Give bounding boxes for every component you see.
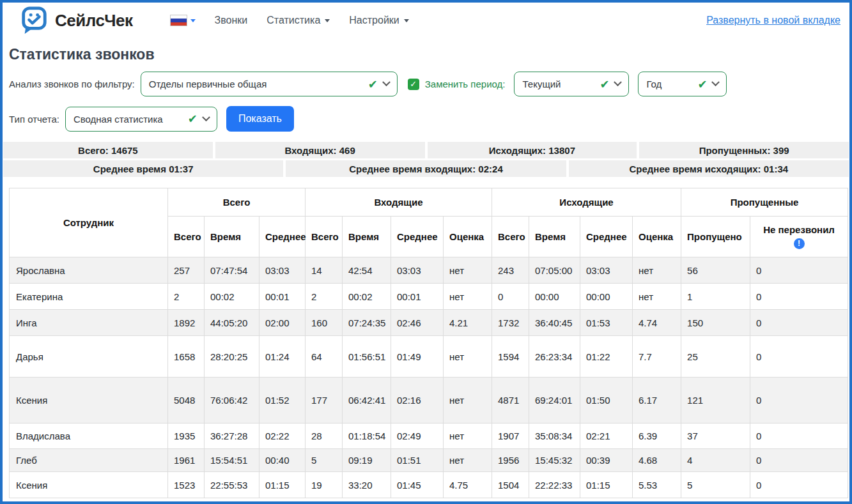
replace-period-label: Заменить период:	[425, 79, 506, 89]
data-cell: 64	[306, 336, 343, 378]
data-cell: 01:52	[259, 378, 306, 424]
data-cell: 0	[750, 449, 848, 472]
data-cell: 69:24:01	[529, 378, 580, 424]
summary-cell: Среднее время исходящих: 01:34	[569, 160, 849, 177]
data-cell: 0	[492, 284, 529, 310]
column-header-employee: Сотрудник	[10, 188, 168, 257]
data-cell: 4871	[492, 378, 529, 424]
summary-cell: Исходящих: 13807	[428, 142, 637, 158]
data-cell: 00:01	[259, 284, 306, 310]
data-cell: 160	[306, 310, 343, 336]
data-cell: нет	[444, 336, 492, 378]
data-cell: 1523	[168, 472, 205, 498]
summary-cell: Среднее время 01:37	[3, 160, 283, 177]
column-subheader: Всего	[492, 217, 529, 257]
brand-logo-icon	[19, 6, 49, 35]
main-nav: Звонки Статистика Настройки	[170, 15, 409, 26]
period-select[interactable]: Текущий ✔	[514, 72, 629, 96]
column-subheader: Время	[529, 217, 580, 257]
column-subheader: Всего	[306, 217, 343, 257]
top-navigation-bar: СейлсЧек Звонки Статистика Настройки Раз…	[3, 3, 849, 38]
data-cell: нет	[444, 257, 492, 284]
data-cell: 7.7	[633, 336, 681, 378]
data-cell: 01:15	[580, 472, 633, 498]
report-type-select[interactable]: Сводная статистика ✔	[65, 107, 217, 132]
analysis-filter-select[interactable]: Отделы первичные общая ✔	[141, 72, 398, 96]
data-cell: 33:20	[343, 472, 391, 498]
column-subheader: Среднее	[580, 217, 633, 257]
column-subheader: Время	[205, 217, 259, 257]
data-cell: 07:24:35	[343, 310, 391, 336]
data-cell: 00:00	[529, 284, 580, 310]
data-cell: 15:54:51	[205, 449, 259, 472]
summary-cell: Входящих: 469	[215, 142, 425, 158]
data-cell: 0	[750, 284, 848, 310]
data-cell: 4.21	[444, 310, 492, 336]
check-icon: ✔	[188, 113, 198, 125]
nav-item-settings[interactable]: Настройки	[349, 15, 408, 26]
chevron-down-icon	[712, 78, 720, 86]
data-cell: 4.68	[633, 449, 681, 472]
filter-row-1: Анализ звонков по фильтру: Отделы первич…	[3, 72, 849, 96]
summary-cell: Пропущенных: 399	[639, 142, 849, 158]
expand-new-tab-link[interactable]: Развернуть в новой вкладке	[706, 15, 840, 26]
app-window: СейлсЧек Звонки Статистика Настройки Раз…	[0, 0, 852, 504]
data-cell: 1594	[492, 336, 529, 378]
data-cell: 00:01	[391, 284, 444, 310]
data-cell: 1907	[492, 424, 529, 449]
language-selector[interactable]	[170, 15, 196, 26]
table-row: Владислава193536:27:2802:222801:18:5402:…	[10, 424, 848, 449]
column-group-header: Исходящие	[492, 188, 681, 217]
data-cell: 01:49	[391, 336, 444, 378]
data-cell: нет	[444, 284, 492, 310]
data-cell: 09:19	[343, 449, 391, 472]
data-cell: 06:42:41	[343, 378, 391, 424]
nav-item-calls[interactable]: Звонки	[215, 15, 248, 26]
brand-name: СейлсЧек	[55, 11, 133, 31]
data-cell: 36:40:45	[529, 310, 580, 336]
data-cell: нет	[444, 378, 492, 424]
data-cell: 6.39	[633, 424, 681, 449]
data-cell: 25	[681, 336, 750, 378]
table-row: Глеб196115:54:5100:40509:1901:51нет19561…	[10, 449, 848, 472]
employee-name-cell: Дарья	[10, 336, 168, 378]
column-subheader: Не перезвонил!	[750, 217, 848, 257]
nav-item-statistics[interactable]: Статистика	[267, 15, 330, 26]
replace-period-checkbox[interactable]: ✓	[408, 79, 419, 90]
chevron-down-icon	[202, 113, 210, 121]
data-cell: 07:05:00	[529, 257, 580, 284]
data-cell: 121	[681, 378, 750, 424]
show-button[interactable]: Показать	[226, 106, 294, 132]
employee-name-cell: Инга	[10, 310, 168, 336]
table-group-header-row: СотрудникВсегоВходящиеИсходящиеПропущенн…	[10, 188, 848, 217]
column-subheader: Время	[343, 217, 391, 257]
employee-name-cell: Екатерина	[10, 284, 168, 310]
data-cell: 36:27:28	[205, 424, 259, 449]
data-cell: 1892	[168, 310, 205, 336]
data-cell: 6.17	[633, 378, 681, 424]
data-cell: 2	[306, 284, 343, 310]
column-subheader: Среднее	[259, 217, 306, 257]
data-cell: 1935	[168, 424, 205, 449]
table-row: Екатерина200:0200:01200:0200:01нет000:00…	[10, 284, 848, 310]
data-cell: 4.75	[444, 472, 492, 498]
summary-cell: Всего: 14675	[3, 142, 213, 158]
data-cell: 02:00	[259, 310, 306, 336]
data-cell: 42:54	[343, 257, 391, 284]
table-row: Ярославна25707:47:5403:031442:5403:03нет…	[10, 257, 848, 284]
data-cell: 28:20:25	[205, 336, 259, 378]
data-cell: 19	[306, 472, 343, 498]
column-subheader: Пропущено	[681, 217, 750, 257]
employee-name-cell: Ярославна	[10, 257, 168, 284]
period-unit-select[interactable]: Год ✔	[638, 72, 727, 96]
russian-flag-icon	[170, 15, 187, 26]
data-cell: 03:03	[391, 257, 444, 284]
chevron-down-icon	[190, 19, 196, 22]
info-exclamation-icon[interactable]: !	[794, 238, 805, 249]
data-cell: 1732	[492, 310, 529, 336]
data-cell: 5048	[168, 378, 205, 424]
data-cell: 177	[306, 378, 343, 424]
column-subheader: Всего	[168, 217, 205, 257]
data-cell: 02:49	[391, 424, 444, 449]
data-cell: 4	[681, 449, 750, 472]
